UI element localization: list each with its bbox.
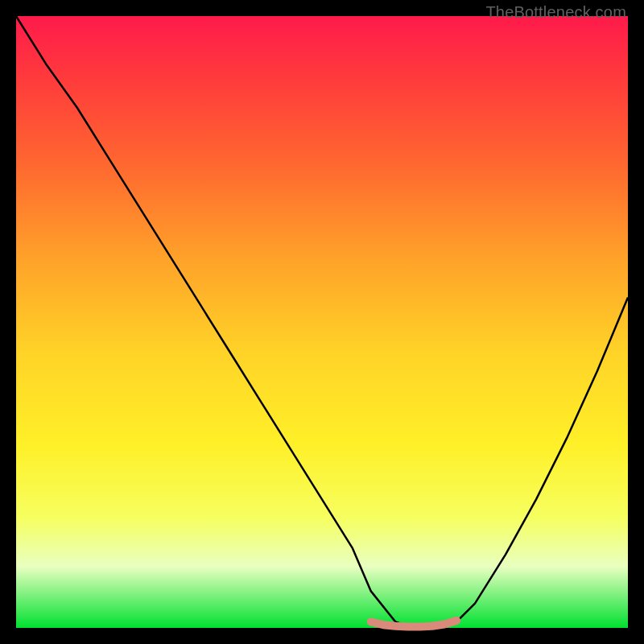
plot-area [16, 16, 628, 628]
chart-container: TheBottleneck.com [0, 0, 644, 644]
curve-bottleneck-curve [16, 16, 628, 628]
watermark-text: TheBottleneck.com [485, 3, 626, 22]
optimal-zone-marker [371, 621, 456, 627]
chart-svg [16, 16, 628, 628]
